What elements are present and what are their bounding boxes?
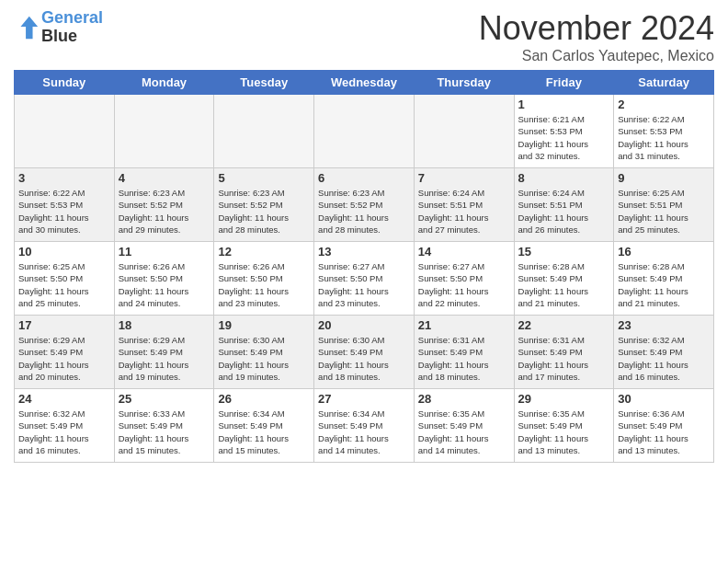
calendar-cell: 30Sunrise: 6:36 AM Sunset: 5:49 PM Dayli… <box>614 389 714 463</box>
calendar-cell: 3Sunrise: 6:22 AM Sunset: 5:53 PM Daylig… <box>15 168 115 242</box>
calendar-cell: 23Sunrise: 6:32 AM Sunset: 5:49 PM Dayli… <box>614 316 714 389</box>
day-info: Sunrise: 6:34 AM Sunset: 5:49 PM Dayligh… <box>318 408 410 456</box>
calendar-cell: 4Sunrise: 6:23 AM Sunset: 5:52 PM Daylig… <box>114 168 214 242</box>
day-number: 5 <box>218 171 310 185</box>
day-number: 8 <box>518 171 610 185</box>
calendar-cell: 16Sunrise: 6:28 AM Sunset: 5:49 PM Dayli… <box>614 242 714 316</box>
day-number: 16 <box>618 245 710 259</box>
day-number: 3 <box>18 171 110 185</box>
calendar-cell: 18Sunrise: 6:29 AM Sunset: 5:49 PM Dayli… <box>114 316 214 389</box>
calendar-cell: 26Sunrise: 6:34 AM Sunset: 5:49 PM Dayli… <box>214 389 314 463</box>
day-info: Sunrise: 6:32 AM Sunset: 5:49 PM Dayligh… <box>618 334 710 383</box>
day-info: Sunrise: 6:26 AM Sunset: 5:50 PM Dayligh… <box>119 260 210 309</box>
day-number: 17 <box>18 318 110 332</box>
day-number: 21 <box>418 318 510 332</box>
day-info: Sunrise: 6:23 AM Sunset: 5:52 PM Dayligh… <box>119 187 210 236</box>
logo-text: General Blue <box>41 9 103 46</box>
day-info: Sunrise: 6:26 AM Sunset: 5:50 PM Dayligh… <box>218 260 310 309</box>
day-info: Sunrise: 6:23 AM Sunset: 5:52 PM Dayligh… <box>318 187 410 236</box>
day-number: 26 <box>218 392 310 406</box>
day-info: Sunrise: 6:22 AM Sunset: 5:53 PM Dayligh… <box>618 113 710 162</box>
calendar-cell: 8Sunrise: 6:24 AM Sunset: 5:51 PM Daylig… <box>514 168 614 242</box>
day-number: 18 <box>119 318 210 332</box>
day-number: 23 <box>618 318 710 332</box>
calendar-cell: 15Sunrise: 6:28 AM Sunset: 5:49 PM Dayli… <box>514 242 614 316</box>
day-number: 12 <box>218 245 310 259</box>
calendar-cell: 24Sunrise: 6:32 AM Sunset: 5:49 PM Dayli… <box>15 389 115 463</box>
week-row-1: 1Sunrise: 6:21 AM Sunset: 5:53 PM Daylig… <box>15 95 714 168</box>
day-number: 2 <box>618 98 710 111</box>
day-info: Sunrise: 6:28 AM Sunset: 5:49 PM Dayligh… <box>618 260 710 309</box>
day-number: 10 <box>18 245 110 259</box>
calendar-cell: 10Sunrise: 6:25 AM Sunset: 5:50 PM Dayli… <box>15 242 115 316</box>
calendar-cell: 17Sunrise: 6:29 AM Sunset: 5:49 PM Dayli… <box>15 316 115 389</box>
day-number: 6 <box>318 171 410 185</box>
day-number: 28 <box>418 392 510 406</box>
day-number: 4 <box>119 171 210 185</box>
calendar-cell: 27Sunrise: 6:34 AM Sunset: 5:49 PM Dayli… <box>314 389 415 463</box>
week-row-5: 24Sunrise: 6:32 AM Sunset: 5:49 PM Dayli… <box>15 389 714 463</box>
month-title: November 2024 <box>479 9 714 48</box>
day-header-saturday: Saturday <box>614 71 714 95</box>
day-number: 11 <box>119 245 210 259</box>
calendar-cell <box>114 95 214 168</box>
day-header-thursday: Thursday <box>414 71 514 95</box>
calendar-cell <box>314 95 415 168</box>
week-row-4: 17Sunrise: 6:29 AM Sunset: 5:49 PM Dayli… <box>15 316 714 389</box>
calendar-cell: 12Sunrise: 6:26 AM Sunset: 5:50 PM Dayli… <box>214 242 314 316</box>
day-number: 7 <box>418 171 510 185</box>
calendar-cell <box>15 95 115 168</box>
day-number: 22 <box>518 318 610 332</box>
calendar-cell: 28Sunrise: 6:35 AM Sunset: 5:49 PM Dayli… <box>414 389 514 463</box>
day-info: Sunrise: 6:34 AM Sunset: 5:49 PM Dayligh… <box>218 408 310 456</box>
day-number: 24 <box>18 392 110 406</box>
day-info: Sunrise: 6:30 AM Sunset: 5:49 PM Dayligh… <box>318 334 410 383</box>
day-info: Sunrise: 6:27 AM Sunset: 5:50 PM Dayligh… <box>418 260 510 309</box>
day-number: 9 <box>618 171 710 185</box>
day-info: Sunrise: 6:29 AM Sunset: 5:49 PM Dayligh… <box>119 334 210 383</box>
calendar-cell: 6Sunrise: 6:23 AM Sunset: 5:52 PM Daylig… <box>314 168 415 242</box>
page-container: General Blue November 2024 San Carlos Ya… <box>0 0 728 472</box>
title-block: November 2024 San Carlos Yautepec, Mexic… <box>479 9 714 64</box>
calendar-cell: 14Sunrise: 6:27 AM Sunset: 5:50 PM Dayli… <box>414 242 514 316</box>
calendar-cell <box>214 95 314 168</box>
day-header-tuesday: Tuesday <box>214 71 314 95</box>
logo-icon <box>14 15 40 40</box>
day-info: Sunrise: 6:25 AM Sunset: 5:51 PM Dayligh… <box>618 187 710 236</box>
calendar-cell: 22Sunrise: 6:31 AM Sunset: 5:49 PM Dayli… <box>514 316 614 389</box>
header-row: General Blue November 2024 San Carlos Ya… <box>14 9 714 64</box>
day-info: Sunrise: 6:31 AM Sunset: 5:49 PM Dayligh… <box>418 334 510 383</box>
day-info: Sunrise: 6:21 AM Sunset: 5:53 PM Dayligh… <box>518 113 610 162</box>
calendar-table: SundayMondayTuesdayWednesdayThursdayFrid… <box>14 70 714 463</box>
day-info: Sunrise: 6:22 AM Sunset: 5:53 PM Dayligh… <box>18 187 110 236</box>
day-number: 20 <box>318 318 410 332</box>
calendar-cell: 13Sunrise: 6:27 AM Sunset: 5:50 PM Dayli… <box>314 242 415 316</box>
day-number: 15 <box>518 245 610 259</box>
day-number: 19 <box>218 318 310 332</box>
calendar-cell: 25Sunrise: 6:33 AM Sunset: 5:49 PM Dayli… <box>114 389 214 463</box>
day-info: Sunrise: 6:35 AM Sunset: 5:49 PM Dayligh… <box>418 408 510 456</box>
day-header-wednesday: Wednesday <box>314 71 415 95</box>
calendar-cell: 7Sunrise: 6:24 AM Sunset: 5:51 PM Daylig… <box>414 168 514 242</box>
day-info: Sunrise: 6:35 AM Sunset: 5:49 PM Dayligh… <box>518 408 610 456</box>
day-info: Sunrise: 6:29 AM Sunset: 5:49 PM Dayligh… <box>18 334 110 383</box>
day-number: 13 <box>318 245 410 259</box>
day-header-sunday: Sunday <box>15 71 115 95</box>
day-info: Sunrise: 6:32 AM Sunset: 5:49 PM Dayligh… <box>18 408 110 456</box>
day-number: 30 <box>618 392 710 406</box>
calendar-cell: 21Sunrise: 6:31 AM Sunset: 5:49 PM Dayli… <box>414 316 514 389</box>
day-info: Sunrise: 6:36 AM Sunset: 5:49 PM Dayligh… <box>618 408 710 456</box>
calendar-cell: 1Sunrise: 6:21 AM Sunset: 5:53 PM Daylig… <box>514 95 614 168</box>
svg-marker-0 <box>20 17 38 39</box>
calendar-cell: 20Sunrise: 6:30 AM Sunset: 5:49 PM Dayli… <box>314 316 415 389</box>
week-row-2: 3Sunrise: 6:22 AM Sunset: 5:53 PM Daylig… <box>15 168 714 242</box>
day-number: 25 <box>119 392 210 406</box>
week-row-3: 10Sunrise: 6:25 AM Sunset: 5:50 PM Dayli… <box>15 242 714 316</box>
day-info: Sunrise: 6:24 AM Sunset: 5:51 PM Dayligh… <box>518 187 610 236</box>
day-info: Sunrise: 6:25 AM Sunset: 5:50 PM Dayligh… <box>18 260 110 309</box>
day-info: Sunrise: 6:31 AM Sunset: 5:49 PM Dayligh… <box>518 334 610 383</box>
calendar-cell <box>414 95 514 168</box>
day-number: 1 <box>518 98 610 111</box>
day-number: 14 <box>418 245 510 259</box>
day-header-friday: Friday <box>514 71 614 95</box>
